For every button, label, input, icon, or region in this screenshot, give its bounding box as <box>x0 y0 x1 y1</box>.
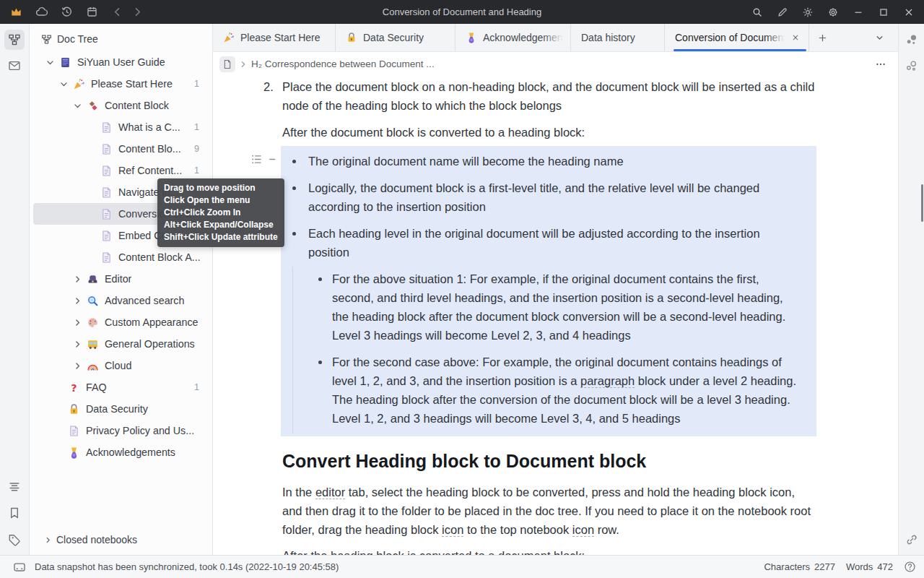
minimize-icon[interactable] <box>849 4 867 21</box>
main-area: Please Start HereData SecurityAcknowledg… <box>213 24 898 555</box>
doc-tree-item-label: What is a C... <box>118 121 180 133</box>
doc-tree-item[interactable]: Acknowledgements <box>33 441 209 463</box>
left-dock <box>0 24 30 555</box>
bookmark-icon[interactable] <box>4 503 25 523</box>
right-dock <box>898 24 924 555</box>
link-icon[interactable] <box>902 530 922 550</box>
doc-tree-item[interactable]: Advanced search <box>33 290 209 311</box>
doc-tree-item[interactable]: Data Security <box>33 398 209 420</box>
chevron-down-icon[interactable] <box>54 79 73 90</box>
tab-acknowledgements[interactable]: Acknowledgements <box>456 24 571 51</box>
list-item[interactable]: For the above situation 1: For example, … <box>332 269 799 345</box>
maximize-icon[interactable] <box>874 4 892 21</box>
doc-tree-item[interactable]: Content Block A... <box>33 246 209 268</box>
forward-icon[interactable] <box>128 4 147 21</box>
chevron-down-icon[interactable] <box>866 24 892 51</box>
rainbow-icon <box>87 360 99 372</box>
question-icon: ? <box>68 381 80 394</box>
search-icon[interactable] <box>748 4 766 21</box>
scrollbar-thumb[interactable] <box>921 184 923 222</box>
doc-tree-item[interactable]: Privacy Policy and Us... <box>33 420 209 441</box>
paragraph-block[interactable]: After the heading block is converted to … <box>282 546 816 555</box>
reference-link[interactable]: icon <box>442 523 463 537</box>
more-icon[interactable] <box>872 56 889 72</box>
settings-icon[interactable] <box>824 4 842 21</box>
crown-icon[interactable] <box>7 4 25 21</box>
list-item[interactable]: For the second case above: For example, … <box>332 353 799 428</box>
edit-icon[interactable] <box>773 4 791 21</box>
chevron-right-icon[interactable] <box>68 296 87 306</box>
list-item-number: 2. <box>263 77 282 96</box>
doc-tree-item-label: Please Start Here <box>91 78 173 90</box>
doc-icon <box>100 165 113 177</box>
chevron-right-icon[interactable] <box>68 361 87 371</box>
chevron-right-icon[interactable] <box>68 274 87 285</box>
doc-tree-item-label: Acknowledgements <box>86 447 175 458</box>
heading-block[interactable]: Convert Heading block to Document block <box>282 449 816 473</box>
advanced-search-icon <box>87 295 99 307</box>
app-window: Conversion of Document and Heading Doc T… <box>0 0 924 578</box>
numbered-list-item[interactable]: 2.Place the document block on a non-head… <box>263 77 835 115</box>
doc-tree-item[interactable]: Custom Appearance <box>33 311 209 333</box>
doc-tree-item[interactable]: Cloud <box>33 355 209 376</box>
doc-icon[interactable] <box>219 56 235 72</box>
doc-icon <box>100 208 113 220</box>
doc-tree-item[interactable]: ?FAQ1 <box>33 376 209 398</box>
snapshot-icon[interactable] <box>13 561 26 574</box>
doc-tree-item[interactable]: Editor <box>33 268 209 290</box>
closed-notebooks-toggle[interactable]: Closed notebooks <box>30 530 212 550</box>
doc-tree-item-label: Privacy Policy and Us... <box>86 425 194 436</box>
tag-icon[interactable] <box>4 530 25 550</box>
tab-please-start-here[interactable]: Please Start Here <box>213 24 336 51</box>
tooltip-line: Ctrl+Click Zoom In <box>164 207 278 219</box>
doc-tree-item[interactable]: General Operations <box>33 333 209 355</box>
reference-link[interactable]: icon <box>572 523 594 537</box>
tooltip-line: Shift+Click Update attribute <box>164 231 278 243</box>
breadcrumb-heading-crumb[interactable]: H₂ Correspondence between Document ... <box>251 59 435 69</box>
doc-tree-item[interactable]: Please Start Here1 <box>33 73 209 95</box>
doc-tree-icon <box>41 34 52 45</box>
tab-data-security[interactable]: Data Security <box>336 24 456 51</box>
tab-conversion-of-document-and-heading[interactable]: Conversion of Document and Heading <box>665 24 809 51</box>
back-icon[interactable] <box>108 4 126 21</box>
chevron-right-icon <box>43 535 53 545</box>
doc-tree-item-label: General Operations <box>105 338 195 350</box>
workspace-icon[interactable] <box>83 4 101 21</box>
close-icon[interactable] <box>899 4 918 21</box>
palette-icon <box>87 316 99 329</box>
tooltip-line: Drag to move position <box>164 182 278 194</box>
word-count-area: Characters2277 Words472 <box>764 561 916 573</box>
outline-icon[interactable] <box>4 476 25 496</box>
graph-icon[interactable] <box>902 56 922 76</box>
breadcrumb: H₂ Correspondence between Document ... <box>213 52 898 76</box>
doc-tree-item[interactable]: Content Block <box>33 95 209 116</box>
chevron-down-icon[interactable] <box>40 57 59 68</box>
highlighted-list-block[interactable]: The original document name will become t… <box>281 146 816 436</box>
editor-pane[interactable]: 2.Place the document block on a non-head… <box>213 76 898 555</box>
list-item[interactable]: Each heading level in the original docum… <box>308 224 799 428</box>
reference-link[interactable]: paragraph <box>580 374 635 388</box>
inbox-icon[interactable] <box>4 56 25 76</box>
tab-close-icon[interactable] <box>790 32 801 43</box>
chevron-down-icon[interactable] <box>68 100 87 111</box>
tab-data-history[interactable]: Data history <box>571 24 665 51</box>
history-icon[interactable] <box>58 4 76 21</box>
doc-icon <box>100 121 113 134</box>
doc-tree-item[interactable]: SiYuan User Guide <box>33 51 209 73</box>
doc-tree-item[interactable]: What is a C...1 <box>33 116 209 138</box>
list-item[interactable]: The original document name will become t… <box>308 152 799 171</box>
help-icon[interactable] <box>904 561 916 573</box>
theme-icon[interactable] <box>798 4 816 21</box>
reference-link[interactable]: editor <box>315 486 345 499</box>
chevron-right-icon[interactable] <box>68 339 87 350</box>
paragraph-block[interactable]: In the editor tab, select the heading bl… <box>282 483 816 539</box>
cloud-icon[interactable] <box>32 4 51 21</box>
new-tab-icon[interactable] <box>809 24 835 51</box>
backlinks-icon[interactable] <box>902 30 922 50</box>
titlebar-right-actions <box>741 4 924 21</box>
list-item[interactable]: Logically, the document block is a first… <box>308 178 799 216</box>
doc-tree-item[interactable]: Content Blo...9 <box>33 138 209 160</box>
doc-tree-icon[interactable] <box>4 30 25 50</box>
paragraph-block[interactable]: After the document block is converted to… <box>282 123 816 142</box>
chevron-right-icon[interactable] <box>68 317 87 328</box>
